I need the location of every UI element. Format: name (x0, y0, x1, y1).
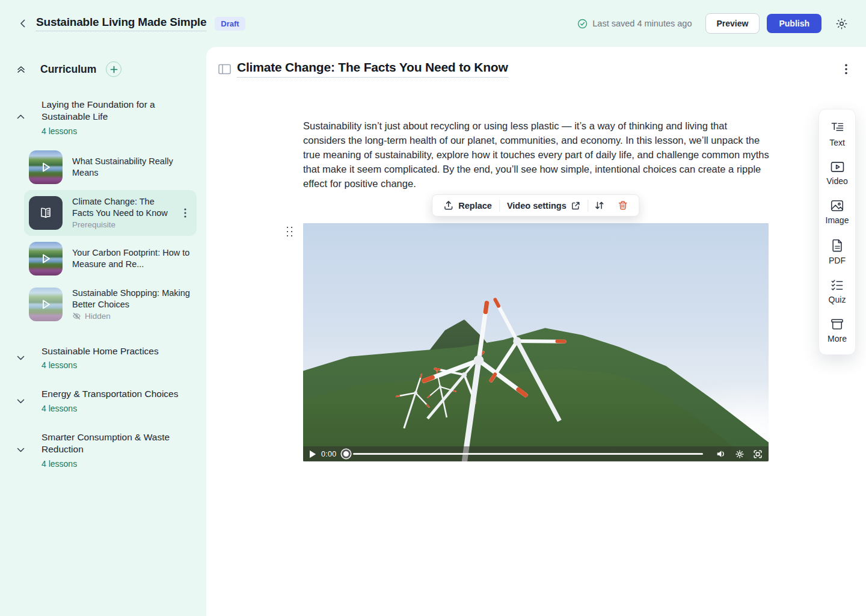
lessons-list: What Sustainability Really Means Climate… (14, 144, 197, 327)
video-controls-bar: 0:00 (303, 446, 769, 461)
scrubber-handle[interactable] (342, 449, 351, 458)
hidden-label: Hidden (85, 312, 111, 321)
lesson-meta: Prerequisite (72, 220, 170, 229)
play-icon (29, 150, 63, 184)
plus-icon (110, 66, 118, 73)
palette-label: PDF (829, 256, 846, 265)
current-time: 0:00 (321, 450, 337, 458)
block-palette: Text Video Image PDF Quiz More (818, 109, 856, 355)
video-player[interactable]: 0:00 (303, 223, 769, 461)
lesson-count: 4 lessons (41, 404, 178, 413)
player-settings-icon[interactable] (735, 449, 745, 459)
lesson-kebab-button[interactable] (180, 208, 191, 218)
lesson-title: Your Carbon Footprint: How to Measure an… (72, 247, 191, 270)
chevron-down-icon (14, 351, 27, 364)
section-toggle[interactable]: Smarter Consumption & Waste Reduction 4 … (14, 431, 197, 469)
lesson-title: Climate Change: The Facts You Need to Kn… (72, 196, 170, 218)
lesson-title: What Sustainability Really Means (72, 156, 191, 178)
eye-off-icon (72, 312, 81, 321)
curriculum-section: Energy & Transportation Choices 4 lesson… (14, 388, 197, 413)
video-block-icon (831, 161, 844, 173)
section-title: Energy & Transportation Choices (41, 388, 178, 400)
volume-icon[interactable] (716, 449, 726, 458)
palette-label: Quiz (829, 295, 846, 304)
collapse-all-button[interactable] (14, 63, 28, 76)
upload-icon (443, 200, 453, 211)
fullscreen-icon[interactable] (753, 449, 763, 459)
section-toggle[interactable]: Energy & Transportation Choices 4 lesson… (14, 388, 197, 413)
lesson-editor: Climate Change: The Facts You Need to Kn… (206, 47, 866, 616)
lesson-header: Climate Change: The Facts You Need to Kn… (218, 60, 854, 78)
text-block-icon (831, 122, 844, 134)
lesson-body-text[interactable]: Sustainability isn’t just about recyclin… (303, 119, 770, 191)
delete-block-button[interactable] (611, 195, 636, 216)
play-button[interactable] (309, 450, 316, 458)
section-toggle[interactable]: Sustainable Home Practices 4 lessons (14, 345, 197, 370)
back-button[interactable] (14, 15, 31, 32)
save-status: Last saved 4 minutes ago (577, 19, 692, 29)
grip-dots-icon (286, 226, 295, 237)
reading-thumbnail (29, 196, 63, 230)
status-badge: Draft (215, 17, 245, 31)
section-title: Laying the Foundation for a Sustainable … (41, 99, 186, 123)
curriculum-section: Sustainable Home Practices 4 lessons (14, 345, 197, 370)
progress-track[interactable] (353, 453, 703, 455)
save-status-text: Last saved 4 minutes ago (592, 19, 692, 28)
section-title: Sustainable Home Practices (41, 345, 159, 357)
block-drag-handle[interactable] (286, 226, 295, 237)
open-book-icon (38, 205, 54, 221)
lesson-item-selected[interactable]: Climate Change: The Facts You Need to Kn… (24, 190, 197, 236)
video-block-toolbar: Replace Video settings (432, 194, 639, 217)
video-thumbnail (29, 150, 63, 184)
play-icon (29, 242, 63, 276)
add-section-button[interactable] (106, 61, 121, 77)
check-circle-icon (577, 19, 588, 29)
curriculum-section: Smarter Consumption & Waste Reduction 4 … (14, 431, 197, 469)
lesson-menu-button[interactable] (838, 61, 854, 77)
pdf-block-icon (832, 239, 843, 252)
palette-item-pdf[interactable]: PDF (829, 239, 846, 265)
palette-label: Text (829, 138, 845, 147)
lesson-item-video[interactable]: What Sustainability Really Means (24, 144, 197, 190)
video-settings-button[interactable]: Video settings (500, 195, 588, 216)
chevron-left-icon (17, 18, 28, 29)
settings-button[interactable] (831, 13, 852, 34)
video-thumbnail (29, 242, 63, 276)
section-toggle[interactable]: Laying the Foundation for a Sustainable … (14, 99, 197, 136)
lesson-item-hidden[interactable]: Sustainable Shopping: Making Better Choi… (24, 282, 197, 327)
external-link-icon (571, 201, 581, 211)
chevron-down-icon (14, 443, 27, 456)
chevron-down-icon (14, 395, 27, 407)
topbar-actions: Last saved 4 minutes ago Preview Publish (577, 13, 852, 34)
lesson-count: 4 lessons (41, 459, 186, 469)
reorder-button[interactable] (589, 195, 611, 216)
lesson-page-title[interactable]: Climate Change: The Facts You Need to Kn… (237, 60, 508, 78)
quiz-block-icon (831, 279, 844, 291)
palette-item-text[interactable]: Text (829, 122, 845, 147)
curriculum-section: Laying the Foundation for a Sustainable … (14, 99, 197, 327)
trash-icon (618, 200, 628, 211)
sidebar-toggle-button[interactable] (218, 63, 231, 76)
topbar: Sustainable Living Made Simple Draft Las… (0, 0, 866, 47)
palette-label: Video (826, 176, 848, 186)
preview-button[interactable]: Preview (705, 13, 760, 34)
swap-arrows-icon (595, 200, 605, 211)
palette-item-image[interactable]: Image (826, 200, 849, 225)
course-title[interactable]: Sustainable Living Made Simple (36, 16, 206, 31)
gear-icon (835, 17, 848, 30)
palette-label: Image (826, 215, 849, 225)
double-chevron-up-icon (16, 64, 26, 75)
replace-button[interactable]: Replace (436, 195, 499, 216)
palette-item-quiz[interactable]: Quiz (829, 279, 846, 304)
lesson-title: Sustainable Shopping: Making Better Choi… (72, 288, 191, 310)
curriculum-title: Curriculum (40, 63, 96, 76)
replace-label: Replace (458, 201, 492, 211)
panel-icon (218, 64, 231, 75)
lesson-item-video[interactable]: Your Carbon Footprint: How to Measure an… (24, 236, 197, 282)
palette-item-more[interactable]: More (828, 318, 847, 343)
chevron-up-icon (14, 111, 27, 123)
video-thumbnail (29, 288, 63, 321)
palette-item-video[interactable]: Video (826, 161, 848, 186)
publish-button[interactable]: Publish (767, 14, 821, 33)
wind-turbines-graphic (303, 223, 769, 461)
